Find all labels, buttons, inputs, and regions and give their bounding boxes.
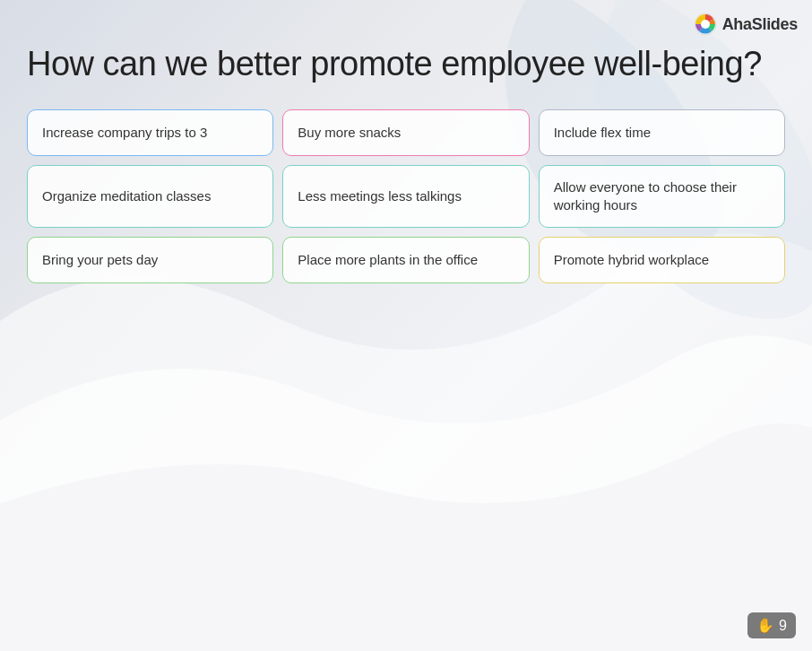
logo: AhaSlides bbox=[694, 13, 798, 36]
svg-point-1 bbox=[701, 20, 710, 29]
answer-card-col3-row3[interactable]: Promote hybrid workplace bbox=[539, 237, 785, 283]
answer-card-col1-row1[interactable]: Increase company trips to 3 bbox=[27, 109, 273, 156]
answer-card-col2-row2[interactable]: Less meetings less talkings bbox=[282, 165, 529, 229]
answer-card-col1-row2[interactable]: Buy more snacks bbox=[282, 109, 529, 156]
answer-card-col2-row3[interactable]: Allow everyone to choose their working h… bbox=[539, 165, 785, 229]
participant-icon: ✋ bbox=[756, 617, 774, 634]
logo-text: AhaSlides bbox=[722, 15, 798, 34]
answer-card-col2-row1[interactable]: Organize meditation classes bbox=[27, 165, 273, 229]
ahaslides-logo-icon bbox=[694, 13, 717, 36]
answer-card-col3-row2[interactable]: Place more plants in the office bbox=[282, 237, 529, 283]
participant-count: 9 bbox=[779, 618, 787, 634]
answer-cards-grid: Increase company trips to 3Buy more snac… bbox=[27, 109, 785, 284]
main-content: How can we better promote employee well-… bbox=[0, 0, 812, 651]
answer-card-col3-row1[interactable]: Bring your pets day bbox=[27, 237, 273, 283]
question-title: How can we better promote employee well-… bbox=[27, 45, 785, 84]
answer-card-col1-row3[interactable]: Include flex time bbox=[539, 109, 785, 156]
participant-badge: ✋ 9 bbox=[747, 612, 796, 638]
